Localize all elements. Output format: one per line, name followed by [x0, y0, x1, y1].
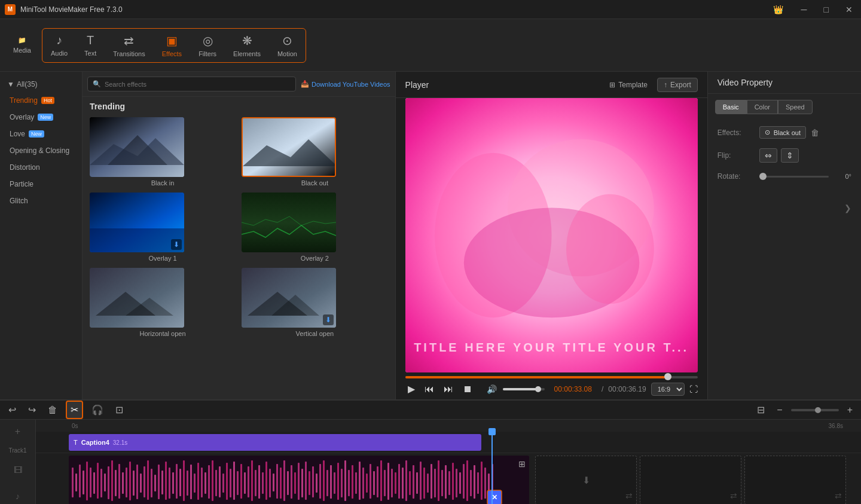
aspect-ratio-select[interactable]: 16:9 9:16 1:1 4:3	[651, 383, 685, 396]
property-panel: Video Property Basic Color Speed Effects…	[707, 72, 861, 399]
sidebar-item-love[interactable]: Love New	[0, 126, 82, 142]
sidebar-item-particle[interactable]: Particle	[0, 176, 82, 193]
toolbar-item-effects[interactable]: ▣ Effects	[154, 29, 190, 62]
maximize-button[interactable]: □	[820, 4, 832, 16]
close-button[interactable]: ✕	[842, 4, 856, 16]
svg-rect-58	[208, 465, 210, 499]
effects-sidebar: ▼ All(35) Trending Hot Overlay New Love …	[0, 72, 83, 399]
toolbar-item-media[interactable]: 📁 Media	[5, 32, 39, 59]
fullscreen-button[interactable]: ⛶	[689, 384, 698, 394]
svg-rect-21	[75, 474, 77, 491]
volume-slider[interactable]	[503, 388, 545, 390]
volume-fill	[503, 388, 536, 390]
svg-rect-57	[204, 472, 206, 494]
download-youtube-button[interactable]: 📥 Download YouTube Videos	[301, 80, 390, 88]
zoom-in-button[interactable]: +	[844, 402, 856, 418]
media-icon: 📁	[18, 36, 26, 44]
split-view-button[interactable]: ⊟	[753, 402, 768, 418]
template-button[interactable]: ⊞ Template	[609, 78, 648, 92]
toolbar-item-transitions[interactable]: ⇄ Transitions	[105, 29, 153, 62]
flip-horizontal-button[interactable]: ⇔	[759, 148, 777, 163]
effect-item-overlay1[interactable]: ⬇ Overlay 1	[90, 193, 236, 262]
search-box: 🔍	[87, 77, 296, 91]
crown-icon[interactable]: 👑	[768, 4, 788, 16]
toolbar-item-motion[interactable]: ⊙ Motion	[269, 29, 306, 62]
tab-color[interactable]: Color	[747, 100, 778, 114]
export-button[interactable]: ↑ Export	[657, 78, 698, 92]
svg-rect-33	[118, 464, 120, 499]
section-title: Trending	[90, 102, 388, 111]
chevron-right-icon[interactable]: ❯	[839, 198, 856, 218]
rotate-slider[interactable]: 0°	[759, 173, 851, 180]
track1-label: Track1	[8, 445, 26, 454]
toolbar-item-elements[interactable]: ❋ Elements	[225, 29, 269, 62]
effects-search-bar: 🔍 📥 Download YouTube Videos	[83, 72, 395, 97]
sidebar-item-overlay[interactable]: Overlay New	[0, 109, 82, 126]
time-ruler: 0s 36.8s	[36, 420, 861, 432]
caption-clip[interactable]: T Caption4 32.1s	[69, 434, 481, 451]
zoom-slider[interactable]	[791, 409, 839, 411]
toolbar-item-audio[interactable]: ♪ Audio	[42, 29, 76, 62]
titlebar-controls: 👑 ─ □ ✕	[768, 4, 856, 16]
effects-grid-items: Black in Black out	[90, 117, 388, 337]
progress-bar[interactable]	[405, 376, 698, 378]
effect-item-vertical-open[interactable]: ⬇ Vertical open	[242, 268, 387, 337]
property-section-basic: Effects: ⊙ Black out 🗑 Flip: ⇔ ⇕	[708, 120, 861, 196]
svg-rect-55	[197, 463, 199, 500]
crop-button[interactable]: ⊡	[112, 402, 127, 418]
play-button[interactable]: ▶	[405, 382, 417, 396]
vert-visual	[242, 268, 336, 328]
tab-speed[interactable]: Speed	[778, 100, 813, 114]
svg-rect-130	[466, 460, 468, 501]
sidebar-all-header[interactable]: ▼ All(35)	[0, 77, 82, 92]
svg-rect-115	[413, 465, 414, 499]
film-icon: 🎞	[14, 460, 22, 475]
playhead[interactable]	[491, 432, 493, 504]
toolbar-group: ♪ Audio T Text ⇄ Transitions ▣ Effects ◎…	[42, 28, 306, 63]
empty-slot-2[interactable]: ⇄	[640, 456, 741, 504]
svg-rect-134	[481, 462, 483, 500]
delete-effect-button[interactable]: 🗑	[811, 128, 819, 138]
svg-rect-49	[176, 464, 178, 499]
video-clip[interactable]: ✕ ⊞	[69, 456, 529, 504]
svg-rect-48	[172, 472, 174, 494]
add-track-button[interactable]: +	[0, 426, 36, 438]
toolbar-item-text[interactable]: T Text	[76, 29, 105, 62]
volume-button[interactable]: 🔊	[484, 383, 499, 395]
audio-detach-button[interactable]: 🎧	[88, 402, 107, 418]
skip-forward-button[interactable]: ⏭	[441, 383, 456, 396]
particle-label: Particle	[10, 180, 33, 188]
zoom-thumb	[815, 407, 821, 413]
svg-rect-104	[373, 471, 375, 495]
svg-rect-40	[144, 466, 145, 497]
svg-rect-62	[222, 474, 224, 493]
flip-vertical-button[interactable]: ⇕	[781, 148, 799, 163]
svg-rect-74	[265, 462, 267, 500]
zoom-out-button[interactable]: −	[773, 402, 786, 418]
undo-button[interactable]: ↩	[5, 402, 20, 418]
download-overlay-icon: ⬇	[171, 239, 182, 250]
svg-rect-79	[283, 460, 285, 501]
effect-item-horizontal-open[interactable]: Horizontal open	[90, 268, 236, 337]
minimize-button[interactable]: ─	[798, 4, 811, 16]
empty-slot-1[interactable]: ⬇ ⇄	[535, 456, 637, 504]
sidebar-item-glitch[interactable]: Glitch	[0, 193, 82, 209]
sidebar-item-trending[interactable]: Trending Hot	[0, 92, 82, 109]
toolbar-item-filters[interactable]: ◎ Filters	[190, 29, 225, 62]
tab-basic[interactable]: Basic	[715, 100, 747, 114]
effect-item-black-in[interactable]: Black in	[90, 117, 236, 187]
overlay2-visual	[242, 193, 336, 252]
stop-button[interactable]: ⏹	[460, 383, 475, 396]
clip-settings-icon[interactable]: ⊞	[518, 459, 526, 469]
delete-button[interactable]: 🗑	[44, 402, 61, 418]
transfer-right-icon1: ⇄	[625, 491, 633, 500]
skip-back-button[interactable]: ⏮	[422, 383, 436, 396]
sidebar-item-distortion[interactable]: Distortion	[0, 159, 82, 176]
search-input[interactable]	[105, 81, 291, 88]
effect-item-black-out[interactable]: Black out	[242, 117, 387, 187]
split-button[interactable]: ✂	[66, 401, 83, 419]
sidebar-item-opening-closing[interactable]: Opening & Closing	[0, 142, 82, 159]
empty-slot-3[interactable]: ⇄	[744, 456, 846, 504]
effect-item-overlay2[interactable]: Overlay 2	[242, 193, 387, 262]
redo-button[interactable]: ↪	[25, 402, 39, 418]
